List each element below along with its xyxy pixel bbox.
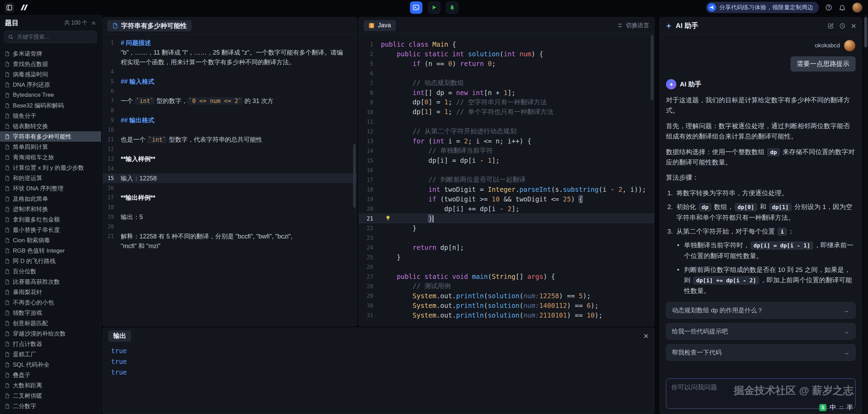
switch-language-button[interactable]: 切换语言 bbox=[617, 21, 649, 29]
output-line: true bbox=[111, 356, 646, 367]
ime-indicator[interactable]: S 中 半 bbox=[819, 403, 853, 412]
sidebar-item[interactable]: Base32 编码和解码 bbox=[0, 100, 101, 111]
sidebar-item[interactable]: 进制求和转换 bbox=[0, 204, 101, 214]
sidebar-item-label: 蛋糕工厂 bbox=[13, 350, 36, 358]
problem-scrollbar[interactable] bbox=[353, 144, 356, 208]
sidebar-item[interactable]: 打点计数器 bbox=[0, 339, 101, 349]
sidebar-item[interactable]: 和的逆运算 bbox=[0, 173, 101, 183]
sidebar-item[interactable]: 蛋糕工厂 bbox=[0, 349, 101, 359]
sidebar-item[interactable]: 创意标题匹配 bbox=[0, 318, 101, 328]
doc-icon bbox=[4, 331, 10, 336]
inline-code: dp[1] bbox=[769, 203, 792, 211]
brand-logo-icon[interactable] bbox=[19, 2, 30, 13]
sidebar-item[interactable]: 不再贪心的小包 bbox=[0, 297, 101, 308]
sidebar-item[interactable]: 阿 D 的飞行路线 bbox=[0, 256, 101, 266]
list-marker: • bbox=[677, 265, 684, 296]
sidebar-item[interactable]: 猜数字游戏 bbox=[0, 308, 101, 318]
sidebar-item[interactable]: 病毒感染时间 bbox=[0, 69, 101, 79]
announcement-pill[interactable]: 分享代码练习体验，领限量定制周边 bbox=[706, 2, 819, 13]
bell-icon[interactable] bbox=[839, 4, 846, 11]
collapse-icon[interactable] bbox=[91, 20, 96, 26]
problem-markdown-editor[interactable]: 1# 问题描述"b"，……，11 翻译成 "l"，……，25 翻译成 "z"。一… bbox=[103, 35, 357, 326]
sidebar-item[interactable]: 计算位置 x 到 y 的最少步数 bbox=[0, 162, 101, 173]
submit-tree-icon[interactable] bbox=[446, 1, 458, 14]
sidebar-item[interactable]: 大数和距离 bbox=[0, 380, 101, 391]
output-line: true bbox=[111, 345, 646, 356]
sidebar-item-label: 不再贪心的小包 bbox=[13, 299, 54, 307]
markdown-line: "mcfi" 和 "mzi" bbox=[103, 241, 357, 251]
problem-title-tab[interactable]: 字符串有多少种可能性 bbox=[107, 20, 192, 31]
output-tab[interactable]: 输出 bbox=[108, 330, 131, 342]
line-number: 26 bbox=[359, 264, 381, 270]
sidebar-item[interactable]: SQL 代码补全 bbox=[0, 359, 101, 370]
sidebar-item[interactable]: 叠盘子 bbox=[0, 370, 101, 380]
code-text: dp[0] = 1; // 空字符串只有一种翻译方法 bbox=[381, 98, 547, 107]
code-line: 1public class Main { bbox=[359, 39, 654, 49]
sidebar-item[interactable]: 暴雨梨花针 bbox=[0, 287, 101, 297]
close-icon[interactable]: × bbox=[643, 331, 649, 340]
markdown-text: ## 输入格式 bbox=[121, 77, 154, 86]
sidebar-item[interactable]: 及格如此简单 bbox=[0, 194, 101, 204]
code-line: 7 // 动态规划数组 bbox=[359, 78, 654, 88]
code-line: 10 dp[1] = 1; // 单个字符也只有一种翻译方法 bbox=[359, 107, 654, 117]
search-input[interactable] bbox=[16, 34, 93, 40]
play-icon[interactable] bbox=[428, 1, 440, 14]
ai-user-avatar[interactable] bbox=[844, 40, 856, 51]
doc-icon bbox=[4, 341, 10, 347]
inline-code: dp[0] bbox=[735, 203, 757, 211]
doc-icon bbox=[112, 23, 118, 29]
sidebar-item[interactable]: 穿越沙漠的补给次数 bbox=[0, 328, 101, 339]
editor-scrollbar[interactable] bbox=[651, 35, 654, 101]
sidebar-item[interactable]: 查找热点数据 bbox=[0, 59, 101, 69]
ai-suggestion-button[interactable]: 动态规划数组 dp 的作用是什么？→ bbox=[666, 302, 856, 319]
line-number: 16 bbox=[103, 185, 121, 191]
help-icon[interactable] bbox=[825, 4, 832, 11]
sidebar-item[interactable]: RGB 色值转 Integer bbox=[0, 245, 101, 256]
language-tab[interactable]: J Java bbox=[364, 20, 396, 31]
sidebar-item[interactable]: 比赛最高获胜次数 bbox=[0, 276, 101, 287]
code-editor[interactable]: 1public class Main {2 public static int … bbox=[359, 34, 654, 326]
sidebar-item[interactable]: 二分数字 bbox=[0, 401, 101, 411]
code-line: 29 System.out.println(solution(num:12258… bbox=[359, 291, 654, 301]
sidebar-item[interactable]: 拿到最多红包金额 bbox=[0, 214, 101, 225]
doc-icon bbox=[4, 393, 10, 398]
doc-icon bbox=[4, 113, 10, 119]
sidebar-item[interactable]: Bytedance Tree bbox=[0, 90, 101, 100]
markdown-text: ## 输出格式 bbox=[121, 116, 154, 124]
sidebar-item[interactable]: 多米诺骨牌 bbox=[0, 48, 101, 59]
sidebar-item[interactable]: 二叉树供暖 bbox=[0, 391, 101, 401]
search-box[interactable] bbox=[4, 31, 97, 43]
sidebar-item[interactable]: 猫鱼分干 bbox=[0, 111, 101, 121]
line-number: 17 bbox=[359, 177, 381, 183]
page-scrollbar-thumb[interactable] bbox=[864, 17, 867, 47]
sidebar-item[interactable]: 链表翻转交换 bbox=[0, 121, 101, 131]
user-avatar[interactable] bbox=[852, 2, 862, 13]
sidebar-item[interactable]: DNA 序列还原 bbox=[0, 79, 101, 90]
close-icon[interactable]: × bbox=[851, 21, 856, 30]
line-number: 7 bbox=[359, 80, 381, 86]
sidebar-item-label: 最小替换子串长度 bbox=[13, 226, 60, 234]
doc-icon bbox=[4, 238, 10, 243]
sidebar-item[interactable]: 简单四则计算 bbox=[0, 142, 101, 152]
sidebar-item[interactable]: 最小替换子串长度 bbox=[0, 225, 101, 235]
output-header: 输出 × bbox=[103, 328, 654, 344]
lightbulb-icon[interactable] bbox=[385, 215, 391, 221]
panel-toggle-icon[interactable] bbox=[4, 2, 15, 13]
code-text: System.out.println(solution(num:12258) =… bbox=[381, 292, 591, 300]
ai-paragraph: 对于这道题，我们的目标是计算给定数字有多少种不同的翻译方式。 bbox=[666, 95, 856, 116]
sidebar-item[interactable]: 字符串有多少种可能性 bbox=[0, 131, 101, 142]
history-icon[interactable] bbox=[839, 23, 846, 29]
line-number: 8 bbox=[359, 90, 381, 96]
line-number: 21 bbox=[103, 233, 121, 239]
ai-suggestion-button[interactable]: 帮我检查一下代码→ bbox=[666, 344, 856, 361]
sidebar-item[interactable]: 百分位数 bbox=[0, 266, 101, 276]
code-line: 25 } bbox=[359, 252, 654, 262]
sidebar-item[interactable]: Cion 勒索病毒 bbox=[0, 235, 101, 245]
sidebar-item[interactable]: 环状 DNA 序列整理 bbox=[0, 183, 101, 194]
terminal-run-icon[interactable] bbox=[410, 1, 422, 14]
sidebar-item[interactable]: 青海湖租车之旅 bbox=[0, 152, 101, 162]
ai-suggestion-button[interactable]: 给我一些代码提示吧→ bbox=[666, 323, 856, 340]
sidebar-item-label: 猫鱼分干 bbox=[13, 112, 36, 120]
new-chat-icon[interactable] bbox=[828, 23, 834, 29]
markdown-line: 13**输入样例** bbox=[103, 154, 357, 164]
